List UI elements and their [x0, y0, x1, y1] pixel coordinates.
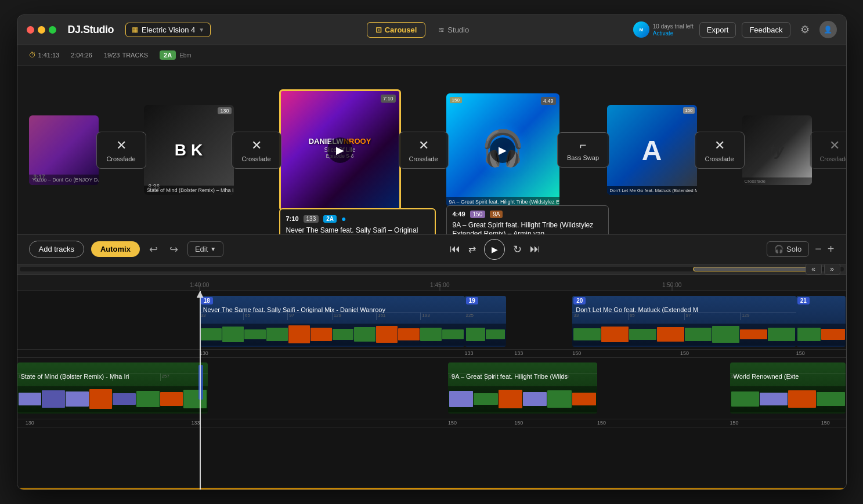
- studio-button[interactable]: ≋ Studio: [430, 23, 477, 37]
- track-block-18[interactable]: 18 Never The Same feat. Sally Saifi - Or…: [200, 296, 465, 347]
- repeat-button[interactable]: ↻: [513, 243, 522, 256]
- scrollbar-track[interactable]: [20, 267, 844, 271]
- track-name-5: Don't Let Me Go feat. Matluck (Extended …: [610, 188, 697, 193]
- carousel-label: Carousel: [385, 26, 417, 34]
- trial-info: 10 days trial left Activate: [653, 23, 694, 37]
- transition-6[interactable]: ✕ Crossfade: [810, 132, 846, 169]
- transition-3[interactable]: ✕ Crossfade: [399, 132, 449, 169]
- solo-label: Solo: [786, 245, 801, 253]
- transition-1[interactable]: ✕ Crossfade: [96, 132, 146, 169]
- transition-2[interactable]: ✕ Crossfade: [232, 132, 281, 169]
- carousel-button[interactable]: ⊡ Carousel: [367, 22, 426, 38]
- carousel-item-5[interactable]: A Don't Let Me Go feat. Matluck (Extende…: [607, 105, 697, 195]
- undo-icon: ↩: [149, 244, 158, 255]
- timeline-ruler: 1:40:00 1:45:00 1:50:00: [17, 275, 846, 291]
- rewind-button[interactable]: «: [806, 264, 822, 275]
- edit-button[interactable]: Edit ▼: [187, 241, 223, 257]
- waveform-icon: ≋: [438, 26, 445, 34]
- track-name-20: Don't Let Me Go feat. Matluck (Extended …: [576, 306, 698, 313]
- track-block-20[interactable]: 20 Don't Let Me Go feat. Matluck (Extend…: [572, 296, 796, 347]
- user-button[interactable]: 👤: [819, 21, 837, 38]
- tracks-stat: 19/23 TRACKS: [104, 52, 148, 59]
- crossfade-icon-3: ✕: [418, 138, 429, 153]
- scrollbar-thumb[interactable]: [693, 267, 809, 271]
- timeline-scrollbar[interactable]: « »: [17, 264, 846, 275]
- stats-bar: ⏱ 1:41:13 2:04:26 19/23 TRACKS 2A Ebm: [17, 45, 846, 66]
- minimize-button[interactable]: [38, 26, 45, 34]
- transition-4[interactable]: ⌐ Bass Swap: [557, 132, 609, 168]
- key-badge: 2A: [160, 50, 176, 60]
- play-button[interactable]: ▶: [484, 239, 505, 260]
- transition-5[interactable]: ✕ Crossfade: [695, 132, 745, 169]
- transition-label-2: Crossfade: [241, 155, 270, 162]
- carousel-item-4[interactable]: 🎧 ▶ 4:49 150 9A – Great Spirit feat. Hil…: [446, 93, 559, 206]
- track-info-popup-4: 4:49 150 9A 9A – Great Spirit feat. Hili…: [446, 205, 609, 234]
- popup-meta-3: 7:10 133 2A ●: [286, 214, 429, 223]
- studio-label: Studio: [447, 26, 469, 34]
- skip-back-button[interactable]: ⏮: [450, 243, 460, 255]
- popup-bpm-3: 7:10: [286, 215, 299, 222]
- track-name-1: Yazoo – Dont Go (ENJOY DJS: [33, 177, 99, 183]
- timeline-nav: « »: [806, 264, 840, 275]
- popup-time-4: 4:49: [453, 211, 465, 217]
- carousel-item-1[interactable]: 3:17 Yazoo – Dont Go (ENJOY DJS: [29, 115, 99, 185]
- track-block-19[interactable]: 19 225: [465, 296, 506, 347]
- carousel-area: 3:17 Yazoo – Dont Go (ENJOY DJS ✕ Crossf…: [17, 66, 846, 234]
- transition-label-4: Bass Swap: [567, 154, 599, 161]
- zoom-in-button[interactable]: +: [828, 242, 835, 256]
- track-num-19: 19: [466, 297, 478, 304]
- add-tracks-button[interactable]: Add tracks: [29, 241, 84, 258]
- carousel-item-6[interactable]: ty Crossfade: [742, 115, 812, 185]
- carousel-item-3[interactable]: DANIELWNROOY Slice Of Life Episode 5-6 ▶…: [279, 89, 401, 211]
- export-button[interactable]: Export: [699, 22, 736, 38]
- project-icon: ▦: [132, 26, 138, 34]
- shuffle-button[interactable]: ⇄: [468, 244, 476, 255]
- track-num-20: 20: [573, 297, 586, 304]
- album-art-5: A Don't Let Me Go feat. Matluck (Extende…: [607, 105, 697, 195]
- track-block-bottom-3[interactable]: World Renowned (Exte 33 65: [730, 362, 846, 414]
- close-button[interactable]: [27, 26, 34, 34]
- play-icon: ▶: [492, 245, 498, 254]
- maximize-button[interactable]: [49, 26, 56, 34]
- popup-key-4: 9A: [490, 211, 503, 218]
- track-block-bottom-1[interactable]: State of Mind (Bolster Remix) - Mha Iri …: [17, 362, 208, 414]
- window-controls: [27, 26, 56, 34]
- skip-forward-button[interactable]: ⏭: [530, 243, 540, 255]
- track-lane-bottom: State of Mind (Bolster Remix) - Mha Iri …: [17, 358, 846, 427]
- duration-value: 2:04:26: [71, 52, 92, 59]
- automix-button[interactable]: Automix: [91, 241, 140, 257]
- album-art-1: 3:17 Yazoo – Dont Go (ENJOY DJS: [29, 115, 99, 185]
- zoom-out-button[interactable]: −: [815, 242, 822, 256]
- crossfade-icon-5: ✕: [714, 138, 725, 153]
- crossfade-icon-2: ✕: [251, 138, 262, 153]
- redo-button[interactable]: ↪: [167, 241, 180, 258]
- transport-controls: ⏮ ⇄ ▶ ↻ ⏭: [230, 239, 760, 260]
- fast-forward-button[interactable]: »: [824, 264, 840, 275]
- redo-icon: ↪: [169, 244, 178, 255]
- track-block-bottom-2[interactable]: 9A – Great Spirit feat. Hilight Tribe (W…: [448, 362, 597, 414]
- track-block-21[interactable]: 21: [796, 296, 846, 347]
- solo-button[interactable]: 🎧 Solo: [767, 241, 809, 257]
- album-art-3: DANIELWNROOY Slice Of Life Episode 5-6 ▶…: [279, 89, 401, 211]
- carousel-item-2[interactable]: B K 8:36 130 State of Mind (Bolster Remi…: [144, 105, 234, 195]
- tracks-container: 18 Never The Same feat. Sally Saifi - Or…: [17, 291, 846, 490]
- undo-button[interactable]: ↩: [147, 241, 160, 258]
- project-name: Electric Vision 4: [142, 26, 195, 34]
- minus-icon: −: [815, 242, 822, 255]
- tracks-count: 19/23: [104, 52, 120, 59]
- project-selector[interactable]: ▦ Electric Vision 4 ▼: [125, 23, 211, 37]
- settings-button[interactable]: ⚙: [796, 21, 814, 38]
- activate-link[interactable]: Activate: [653, 30, 694, 37]
- popup-key-dot-3: ●: [341, 214, 346, 223]
- chevron-down-icon: ▼: [198, 27, 204, 33]
- play-overlay-4[interactable]: ▶: [490, 137, 515, 163]
- gear-icon: ⚙: [800, 23, 810, 36]
- play-overlay-3[interactable]: ▶: [327, 137, 353, 163]
- album-art-2: B K 8:36 130 State of Mind (Bolster Remi…: [144, 105, 234, 195]
- feedback-button[interactable]: Feedback: [742, 22, 790, 38]
- transition-label-5: Crossfade: [705, 155, 734, 162]
- repeat-icon: ↻: [513, 243, 522, 256]
- popup-bpm-val-3: 133: [304, 215, 319, 223]
- timeline-orange-line: [17, 488, 846, 490]
- playhead: [200, 291, 201, 490]
